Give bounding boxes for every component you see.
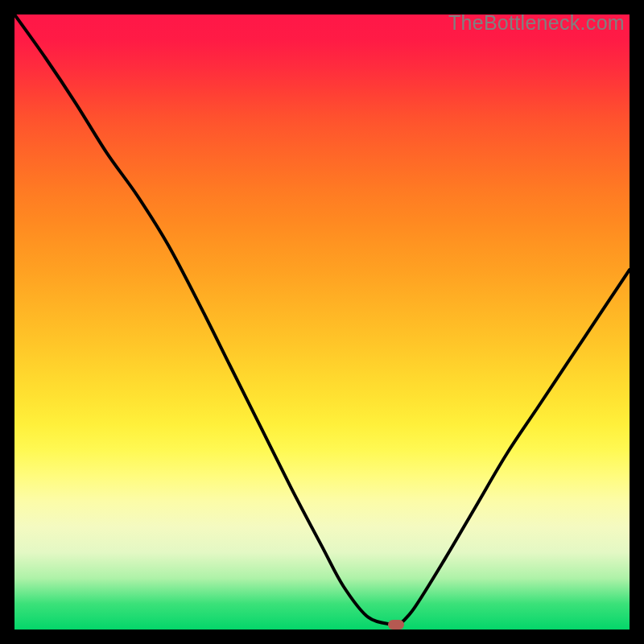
chart-stage: TheBottleneck.com	[0, 0, 644, 644]
chart-plot-area: TheBottleneck.com	[14, 14, 630, 630]
chart-curve-path	[14, 14, 630, 626]
chart-marker-icon	[388, 620, 404, 630]
chart-curve	[14, 14, 630, 630]
